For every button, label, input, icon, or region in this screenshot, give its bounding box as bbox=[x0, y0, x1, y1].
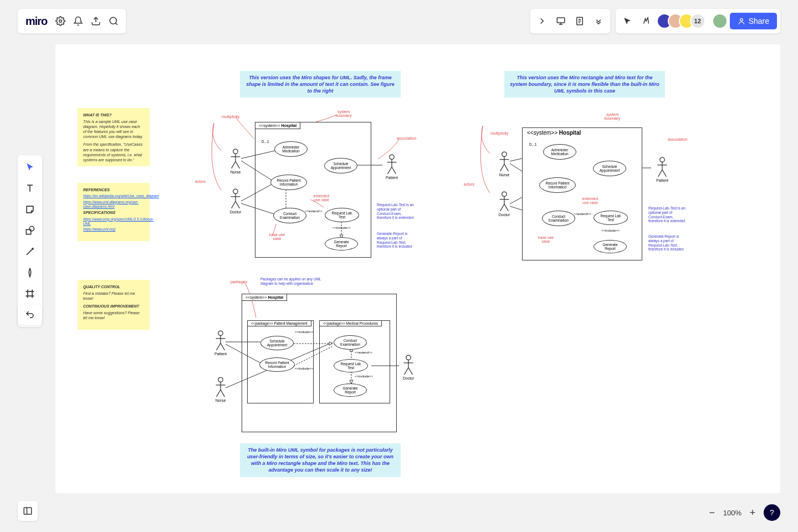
svg-line-77 bbox=[217, 390, 221, 397]
anno-multiplicity: multiplicity bbox=[222, 115, 239, 119]
reference-link[interactable]: https://www.omg.org/spec/UML/2.5.1/About… bbox=[83, 217, 144, 227]
reference-link[interactable]: https://www.uml-diagrams.org/use-case-di… bbox=[83, 200, 144, 209]
reference-link[interactable]: https://en.wikipedia.org/wiki/Use_case_d… bbox=[83, 194, 144, 198]
multiplicity: 0...1 bbox=[262, 140, 269, 144]
export-icon[interactable] bbox=[88, 13, 104, 29]
diagram3-lines bbox=[55, 44, 780, 493]
reference-link[interactable]: https://www.uml.org/ bbox=[83, 227, 144, 232]
chevron-right-icon[interactable] bbox=[534, 13, 550, 29]
top-right-cluster: 12 Share bbox=[530, 9, 780, 33]
sticky-heading: WHAT IS THIS? bbox=[83, 112, 144, 117]
zoom-out[interactable]: − bbox=[707, 507, 718, 519]
uc-conduct[interactable]: Conduct Examination bbox=[273, 208, 306, 223]
zoom-in[interactable]: + bbox=[747, 507, 758, 519]
svg-line-72 bbox=[217, 343, 221, 350]
actor-patient[interactable]: Patient bbox=[383, 154, 400, 180]
svg-point-1 bbox=[110, 17, 117, 24]
svg-point-74 bbox=[218, 377, 223, 382]
uc-request-r[interactable]: Request Lab Test bbox=[594, 211, 628, 225]
present-icon[interactable] bbox=[553, 13, 569, 29]
zoom-level: 100% bbox=[723, 509, 741, 517]
uc-generate-r[interactable]: Generate Report bbox=[594, 240, 627, 253]
actor-label: Nurse bbox=[496, 173, 513, 177]
uc-schedule[interactable]: Schedule Appointment bbox=[324, 158, 357, 173]
svg-line-56 bbox=[658, 170, 662, 177]
actor-doctor[interactable]: Doctor bbox=[227, 188, 244, 214]
package-title: <<package>> Patient Management bbox=[247, 320, 311, 326]
frame-tool[interactable] bbox=[20, 284, 40, 304]
uc-schedule-p[interactable]: Schedule Appointment bbox=[260, 336, 294, 350]
anno-association: association bbox=[397, 136, 416, 140]
shape-tool[interactable] bbox=[20, 221, 40, 241]
uc-administer[interactable]: Administer Medication bbox=[274, 141, 308, 157]
select-tool[interactable] bbox=[20, 157, 40, 177]
include-label: <<include>> bbox=[332, 226, 351, 229]
actor-nurse-p[interactable]: Nurse bbox=[212, 377, 229, 402]
description-left-diagram[interactable]: This version uses the Miro shapes for UM… bbox=[240, 71, 401, 98]
actor-nurse[interactable]: Nurse bbox=[227, 149, 244, 174]
sticky-what-is-this[interactable]: WHAT IS THIS? This is a sample UML use c… bbox=[78, 108, 150, 166]
uc-request-p[interactable]: Request Lab Test bbox=[334, 359, 368, 372]
line-tool[interactable] bbox=[20, 242, 40, 262]
share-button[interactable]: Share bbox=[730, 13, 777, 29]
sticky-note-tool[interactable] bbox=[20, 200, 40, 219]
svg-point-4 bbox=[740, 18, 743, 21]
actor-patient-p[interactable]: Patient bbox=[212, 330, 229, 356]
svg-point-6 bbox=[29, 227, 34, 231]
panel-toggle[interactable] bbox=[18, 501, 38, 521]
svg-rect-7 bbox=[24, 508, 32, 514]
svg-line-21 bbox=[232, 161, 236, 168]
canvas[interactable]: This version uses the Miro shapes for UM… bbox=[55, 44, 780, 493]
uc-conduct-r[interactable]: Conduct Examination bbox=[542, 211, 575, 226]
pen-tool[interactable] bbox=[20, 263, 40, 283]
uc-administer-r[interactable]: Administer Medication bbox=[543, 144, 576, 160]
frame-title: <<system>> Hospital bbox=[255, 122, 300, 129]
uc-generate[interactable]: Generate Report bbox=[325, 237, 358, 250]
note-packages: Packages can be applied on any UML diagr… bbox=[260, 277, 321, 286]
current-user-avatar[interactable] bbox=[712, 13, 728, 29]
anno-system-boundary: system boundary bbox=[332, 110, 355, 117]
avatar-count[interactable]: 12 bbox=[690, 13, 705, 29]
settings-icon[interactable] bbox=[53, 13, 68, 29]
description-right-diagram[interactable]: This version uses the Miro rectangle and… bbox=[504, 71, 665, 98]
actor-nurse-r[interactable]: Nurse bbox=[496, 151, 513, 177]
uc-schedule-r[interactable]: Schedule Appointment bbox=[593, 161, 626, 176]
cursor-icon[interactable] bbox=[619, 13, 636, 29]
notifications-icon[interactable] bbox=[70, 13, 86, 29]
undo-button[interactable] bbox=[18, 305, 42, 325]
left-toolbar bbox=[18, 155, 42, 327]
svg-point-0 bbox=[59, 20, 62, 23]
chevron-down-icon[interactable] bbox=[590, 13, 607, 29]
package-title: <<package>> Medical Procedures bbox=[319, 320, 382, 326]
anno-packages: packages bbox=[231, 280, 247, 284]
uc-record-p[interactable]: Record Patient Information bbox=[259, 357, 295, 372]
sticky-heading: QUALITY CONTROL bbox=[83, 284, 144, 289]
top-left-toolbar: miro bbox=[18, 9, 126, 33]
actor-label: Patient bbox=[212, 352, 229, 356]
sticky-text: From the specification, "UseCases are a … bbox=[83, 142, 144, 162]
uc-conduct-p[interactable]: Conduct Examination bbox=[334, 335, 367, 350]
svg-line-57 bbox=[662, 170, 666, 177]
collaborator-avatars[interactable]: 12 bbox=[657, 13, 705, 29]
search-icon[interactable] bbox=[106, 13, 121, 29]
notes-icon[interactable] bbox=[571, 13, 588, 29]
description-bottom-diagram[interactable]: The built-in Miro UML symbol for package… bbox=[240, 443, 401, 477]
present-group bbox=[530, 9, 610, 33]
actor-patient-r[interactable]: Patient bbox=[654, 157, 671, 182]
uc-record-r[interactable]: Record Patient Information bbox=[539, 177, 576, 193]
text-tool[interactable] bbox=[20, 178, 40, 198]
note-request-ext-r: Request-Lab-Test is an optional part of … bbox=[648, 206, 687, 223]
actor-doctor-p[interactable]: Doctor bbox=[400, 355, 417, 380]
reactions-icon[interactable] bbox=[638, 13, 654, 29]
actor-doctor-r[interactable]: Doctor bbox=[496, 191, 513, 217]
uc-request[interactable]: Request Lab Test bbox=[325, 208, 359, 222]
svg-point-69 bbox=[218, 331, 223, 335]
uc-generate-p[interactable]: Generate Report bbox=[334, 383, 367, 397]
include-label-p1: <<include>> bbox=[295, 330, 313, 334]
actor-label: Nurse bbox=[212, 398, 229, 402]
sticky-references[interactable]: REFERENCES https://en.wikipedia.org/wiki… bbox=[78, 183, 150, 241]
uc-record[interactable]: Record Patient Information bbox=[270, 175, 307, 190]
actor-label: Patient bbox=[383, 176, 400, 180]
sticky-quality[interactable]: QUALITY CONTROL Find a mistake? Please l… bbox=[78, 280, 150, 330]
help-button[interactable]: ? bbox=[764, 504, 780, 521]
